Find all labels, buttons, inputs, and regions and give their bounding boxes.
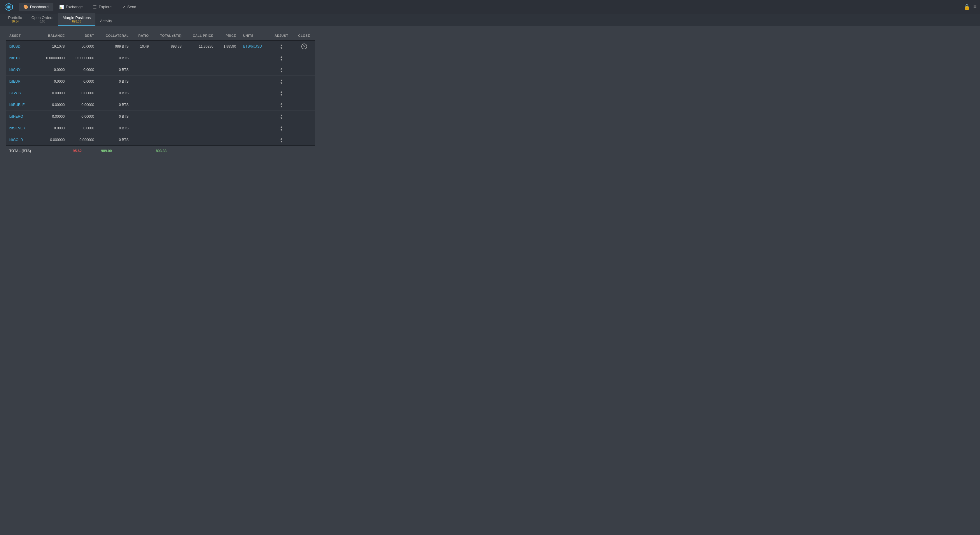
cell-call-price <box>185 64 217 76</box>
adjust-arrows-icon[interactable]: ▲▼ <box>280 67 283 73</box>
cell-price <box>217 64 240 76</box>
cell-debt: 50.0000 <box>68 41 98 52</box>
cell-debt: 0.00000 <box>68 87 98 99</box>
cell-asset[interactable]: BTWTY <box>6 87 39 99</box>
footer-close-empty <box>293 146 315 156</box>
lock-icon[interactable]: 🔒 <box>964 4 970 10</box>
nav-items: 🎨 Dashboard 📊 Exchange ☰ Explore ↗ Send <box>19 3 491 11</box>
cell-close <box>293 122 315 134</box>
cell-units <box>239 52 269 64</box>
cell-asset[interactable]: bitBTC <box>6 52 39 64</box>
nav-explore[interactable]: ☰ Explore <box>88 3 116 11</box>
cell-debt: 0.00000 <box>68 111 98 122</box>
cell-asset[interactable]: bitUSD <box>6 41 39 52</box>
footer-label: TOTAL (BTS) <box>6 146 39 156</box>
cell-asset[interactable]: bitRUBLE <box>6 99 39 111</box>
cell-close <box>293 64 315 76</box>
cell-adjust[interactable]: ▲▼ <box>269 52 293 64</box>
cell-balance: 0.00000 <box>39 99 68 111</box>
col-header-close: CLOSE <box>293 31 315 41</box>
tab-activity[interactable]: Activity <box>95 16 117 26</box>
cell-price <box>217 134 240 146</box>
cell-asset[interactable]: bitSILVER <box>6 122 39 134</box>
cell-asset[interactable]: bitEUR <box>6 76 39 87</box>
cell-asset[interactable]: bitGOLD <box>6 134 39 146</box>
footer-price-empty <box>217 146 240 156</box>
cell-balance: 0.00000 <box>39 87 68 99</box>
cell-debt: 0.00000000 <box>68 52 98 64</box>
tab-margin-positions-value: 893.38 <box>72 20 81 23</box>
nav-exchange[interactable]: 📊 Exchange <box>54 3 88 11</box>
cell-price <box>217 87 240 99</box>
col-header-total-bts: TOTAL (BTS) <box>152 31 185 41</box>
cell-balance: 0.00000000 <box>39 52 68 64</box>
cell-adjust[interactable]: ▲▼ <box>269 64 293 76</box>
cell-units <box>239 64 269 76</box>
margin-positions-table: ASSET BALANCE DEBT COLLATERAL RATIO TOTA… <box>6 31 315 156</box>
table-row: BTWTY0.000000.000000 BTS▲▼ <box>6 87 315 99</box>
send-icon: ↗ <box>122 5 126 10</box>
tab-open-orders[interactable]: Open Orders 0.00 <box>27 13 58 26</box>
cell-adjust[interactable]: ▲▼ <box>269 41 293 52</box>
cell-collateral: 0 BTS <box>98 111 132 122</box>
tab-activity-label: Activity <box>100 19 112 23</box>
cell-adjust[interactable]: ▲▼ <box>269 76 293 87</box>
col-header-debt: DEBT <box>68 31 98 41</box>
footer-debt: -95.62 <box>68 146 98 156</box>
cell-call-price <box>185 52 217 64</box>
cell-call-price <box>185 122 217 134</box>
tab-portfolio[interactable]: Portfolio 36.54 <box>3 13 27 26</box>
adjust-arrows-icon[interactable]: ▲▼ <box>280 79 283 85</box>
cell-adjust[interactable]: ▲▼ <box>269 87 293 99</box>
adjust-arrows-icon[interactable]: ▲▼ <box>280 44 283 50</box>
adjust-arrows-icon[interactable]: ▲▼ <box>280 56 283 61</box>
nav-exchange-label: Exchange <box>66 5 83 9</box>
col-header-collateral: COLLATERAL <box>98 31 132 41</box>
tab-bar: Portfolio 36.54 Open Orders 0.00 Margin … <box>0 14 980 26</box>
cell-price: 1.88590 <box>217 41 240 52</box>
hamburger-menu-icon[interactable]: ≡ <box>974 4 977 10</box>
cell-price <box>217 111 240 122</box>
adjust-arrows-icon[interactable]: ▲▼ <box>280 91 283 96</box>
units-link[interactable]: BTS/bitUSD <box>243 45 262 48</box>
cell-adjust[interactable]: ▲▼ <box>269 122 293 134</box>
cell-total-bts <box>152 111 185 122</box>
exchange-icon: 📊 <box>59 5 64 10</box>
cell-ratio <box>132 87 152 99</box>
nav-send[interactable]: ↗ Send <box>118 3 141 11</box>
cell-price <box>217 122 240 134</box>
cell-collateral: 0 BTS <box>98 64 132 76</box>
cell-balance: 19.1078 <box>39 41 68 52</box>
nav-dashboard[interactable]: 🎨 Dashboard <box>19 3 53 11</box>
cell-price <box>217 76 240 87</box>
cell-close <box>293 52 315 64</box>
cell-ratio <box>132 111 152 122</box>
footer-adjust-empty <box>269 146 293 156</box>
cell-adjust[interactable]: ▲▼ <box>269 111 293 122</box>
cell-units[interactable]: BTS/bitUSD <box>239 41 269 52</box>
cell-asset[interactable]: bitHERO <box>6 111 39 122</box>
table-row: bitUSD19.107850.0000989 BTS10.49893.3811… <box>6 41 315 52</box>
tab-portfolio-value: 36.54 <box>11 20 19 23</box>
cell-ratio <box>132 134 152 146</box>
cell-debt: 0.0000 <box>68 76 98 87</box>
adjust-arrows-icon[interactable]: ▲▼ <box>280 114 283 120</box>
cell-adjust[interactable]: ▲▼ <box>269 134 293 146</box>
nav-send-label: Send <box>127 5 136 9</box>
tab-margin-positions[interactable]: Margin Positions 893.38 <box>58 13 95 26</box>
cell-price <box>217 99 240 111</box>
adjust-arrows-icon[interactable]: ▲▼ <box>280 126 283 131</box>
adjust-arrows-icon[interactable]: ▲▼ <box>280 102 283 108</box>
footer-collateral: 989.00 <box>98 146 132 156</box>
footer-balance-empty <box>39 146 68 156</box>
col-header-call-price: CALL PRICE <box>185 31 217 41</box>
dashboard-icon: 🎨 <box>23 5 28 10</box>
main-content: ASSET BALANCE DEBT COLLATERAL RATIO TOTA… <box>0 26 980 161</box>
cell-asset[interactable]: bitCNY <box>6 64 39 76</box>
adjust-arrows-icon[interactable]: ▲▼ <box>280 137 283 143</box>
cell-total-bts <box>152 99 185 111</box>
close-button[interactable]: ✕ <box>301 43 307 50</box>
cell-close <box>293 99 315 111</box>
cell-balance: 0.00000 <box>39 111 68 122</box>
cell-adjust[interactable]: ▲▼ <box>269 99 293 111</box>
